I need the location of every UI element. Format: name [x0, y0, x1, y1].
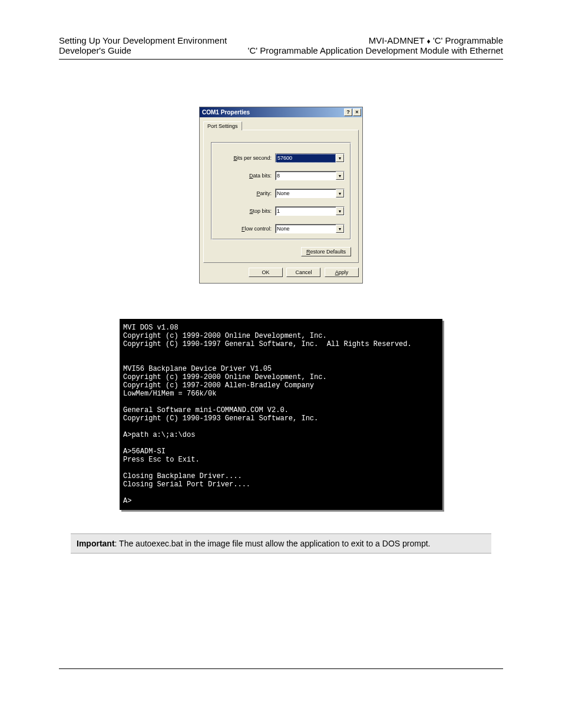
ok-button[interactable]: OK [249, 268, 283, 277]
com1-properties-dialog: COM1 Properties ? × Port Settings Bits p… [199, 107, 363, 284]
footer-rule [59, 668, 503, 669]
flow-control-value: None [276, 225, 336, 233]
dos-terminal: MVI DOS v1.08 Copyright (c) 1999-2000 On… [120, 319, 442, 510]
cancel-button[interactable]: Cancel [286, 268, 320, 277]
important-label: Important [77, 539, 115, 548]
header-right: MVI-ADMNET ♦ 'C' Programmable 'C' Progra… [248, 35, 503, 55]
chevron-down-icon[interactable]: ▼ [336, 189, 344, 197]
parity-label: Parity: [256, 190, 275, 196]
dialog-title: COM1 Properties [202, 109, 250, 116]
header-left: Setting Up Your Development Environment … [59, 35, 227, 55]
chevron-down-icon[interactable]: ▼ [336, 225, 344, 233]
stop-bits-value: 1 [276, 207, 336, 215]
important-note: Important: The autoexec.bat in the image… [71, 533, 491, 554]
header-right-line2: 'C' Programmable Application Development… [248, 45, 503, 55]
header-right-line1: MVI-ADMNET ♦ 'C' Programmable [248, 35, 503, 45]
help-button[interactable]: ? [344, 108, 352, 116]
bits-per-second-combo[interactable]: 57600 ▼ [275, 153, 345, 163]
data-bits-label: Data bits: [249, 173, 275, 179]
settings-group: Bits per second: 57600 ▼ Data bits: 8 ▼ [211, 142, 351, 240]
parity-combo[interactable]: None ▼ [275, 189, 345, 198]
header-left-line2: Developer's Guide [59, 45, 227, 55]
header-right-line1b: 'C' Programmable [431, 35, 503, 45]
flow-control-combo[interactable]: None ▼ [275, 224, 345, 233]
flow-control-label: Flow control: [242, 226, 275, 232]
bits-per-second-label: Bits per second: [233, 155, 275, 161]
restore-defaults-button[interactable]: Restore Defaults [301, 247, 351, 256]
important-text: : The autoexec.bat in the image file mus… [115, 539, 431, 548]
bits-per-second-value: 57600 [276, 154, 336, 163]
header-right-line1a: MVI-ADMNET [369, 35, 427, 45]
header-left-line1: Setting Up Your Development Environment [59, 35, 227, 45]
stop-bits-combo[interactable]: 1 ▼ [275, 206, 345, 216]
tab-panel: Bits per second: 57600 ▼ Data bits: 8 ▼ [203, 130, 359, 263]
chevron-down-icon[interactable]: ▼ [336, 154, 344, 162]
data-bits-value: 8 [276, 172, 336, 180]
close-button[interactable]: × [353, 108, 361, 116]
dialog-titlebar[interactable]: COM1 Properties ? × [200, 107, 362, 117]
stop-bits-label: Stop bits: [249, 208, 275, 214]
chevron-down-icon[interactable]: ▼ [336, 172, 344, 180]
data-bits-combo[interactable]: 8 ▼ [275, 171, 345, 180]
page-header: Setting Up Your Development Environment … [59, 35, 503, 60]
parity-value: None [276, 190, 336, 197]
chevron-down-icon[interactable]: ▼ [336, 207, 344, 215]
tab-port-settings[interactable]: Port Settings [203, 121, 242, 130]
apply-button[interactable]: Apply [325, 268, 359, 277]
